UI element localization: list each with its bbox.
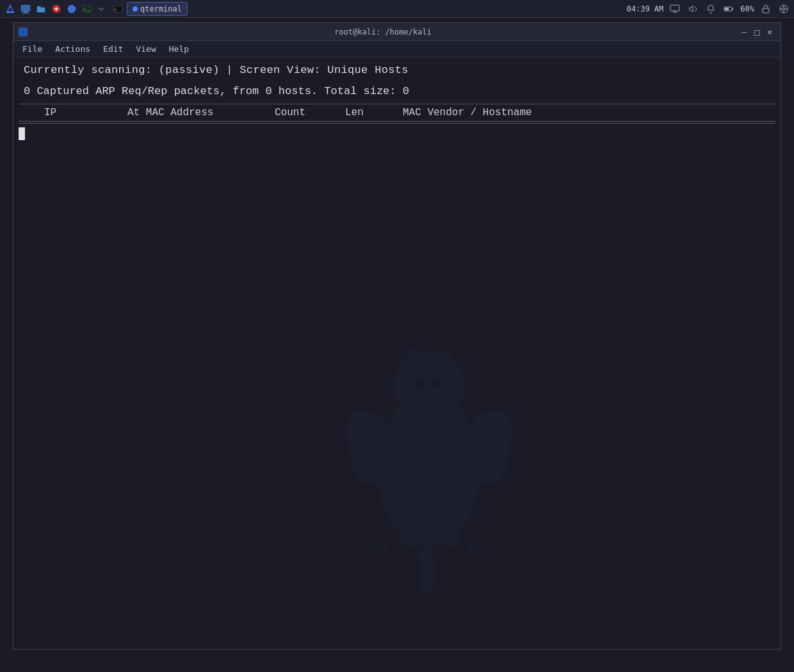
window-titlebar: root@kali: /home/kali − □ × (13, 23, 781, 41)
svg-point-28 (433, 378, 444, 388)
taskbar: qterminal 04:39 AM (0, 0, 794, 18)
notification-icon[interactable] (704, 3, 717, 15)
svg-rect-2 (22, 13, 29, 13)
red-icon[interactable] (50, 3, 63, 15)
terminal2-icon[interactable] (111, 3, 124, 15)
battery-icon[interactable] (722, 3, 735, 15)
svg-point-20 (782, 8, 785, 10)
desktop-icon[interactable] (19, 3, 32, 15)
svg-rect-12 (670, 5, 679, 11)
kali-icon[interactable] (4, 3, 17, 15)
menu-edit[interactable]: Edit (98, 43, 128, 55)
window-app-icon (19, 28, 28, 36)
monitor-icon[interactable] (668, 3, 681, 15)
packets-line: 0 Captured ARP Req/Rep packets, from 0 h… (13, 83, 781, 104)
svg-rect-0 (21, 5, 30, 12)
restore-button[interactable]: □ (751, 26, 763, 38)
kali-watermark (269, 291, 589, 611)
menu-view[interactable]: View (131, 43, 161, 55)
filemanager-icon[interactable] (35, 3, 47, 15)
col-ip: IP (19, 107, 115, 118)
menu-bar: File Actions Edit View Help (13, 41, 781, 58)
svg-point-26 (394, 351, 464, 422)
col-at: At MAC Address (115, 107, 262, 118)
qterminal-taskbar-button[interactable]: qterminal (127, 2, 188, 16)
cursor-line (13, 125, 781, 143)
terminal-dropdown-icon[interactable] (96, 3, 109, 15)
svg-rect-1 (24, 12, 28, 13)
volume-icon[interactable] (686, 3, 699, 15)
svg-rect-17 (725, 8, 729, 10)
menu-help[interactable]: Help (164, 43, 194, 55)
terminal-content: Currently scanning: (passive) | Screen V… (13, 58, 781, 649)
time-display: 04:39 AM (627, 4, 664, 13)
terminal-window: root@kali: /home/kali − □ × File Actions… (13, 22, 781, 650)
svg-rect-29 (400, 527, 416, 547)
app-button-label: qterminal (140, 4, 182, 13)
col-len: Len (345, 107, 396, 118)
table-divider (19, 123, 775, 124)
minimize-button[interactable]: − (738, 26, 750, 38)
taskbar-right: 04:39 AM (627, 3, 790, 15)
window-controls: − □ × (738, 26, 775, 38)
table-header: IP At MAC Address Count Len MAC Vendor /… (19, 104, 775, 122)
window-title: root@kali: /home/kali (334, 28, 432, 36)
active-dot (133, 6, 138, 12)
col-vendor: MAC Vendor / Hostname (396, 107, 775, 118)
svg-point-27 (414, 378, 425, 388)
svg-rect-16 (732, 8, 733, 10)
menu-file[interactable]: File (17, 43, 47, 55)
battery-percent: 60% (740, 4, 754, 13)
svg-rect-30 (442, 527, 458, 547)
col-count: Count (262, 107, 345, 118)
terminal-cursor (19, 127, 25, 140)
menu-actions[interactable]: Actions (50, 43, 95, 55)
browser-icon[interactable] (65, 3, 78, 15)
lock-icon[interactable] (759, 3, 772, 15)
titlebar-left (19, 28, 28, 36)
svg-rect-11 (113, 6, 122, 12)
close-button[interactable]: × (764, 26, 775, 38)
status-line: Currently scanning: (passive) | Screen V… (13, 58, 781, 83)
chrome-icon[interactable] (777, 3, 790, 15)
svg-rect-18 (763, 8, 769, 13)
taskbar-left: qterminal (4, 2, 188, 16)
terminal-icon[interactable] (81, 3, 93, 15)
